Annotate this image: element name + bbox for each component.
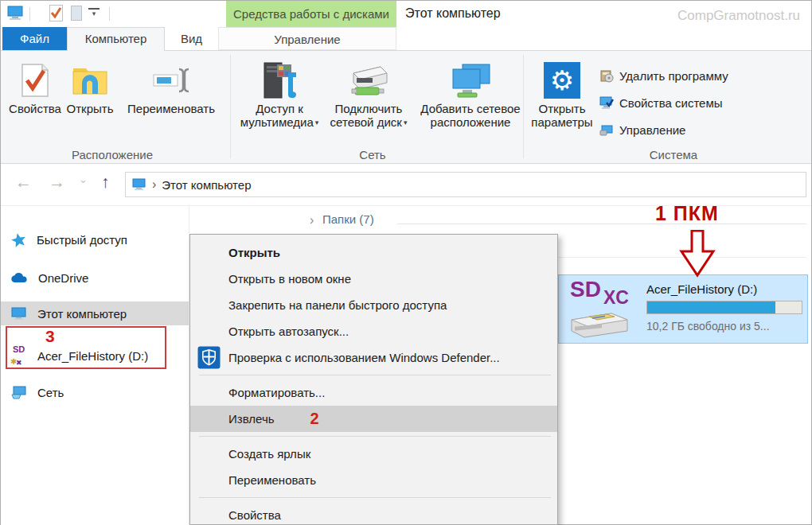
manage-label: Управление	[619, 123, 685, 137]
onedrive-cloud-icon	[11, 272, 28, 283]
explorer-window: ▾ Средства работы с дисками Этот компьют…	[0, 0, 812, 525]
defender-shield-icon	[197, 346, 221, 369]
navigation-bar: ← → ⌄ ↑ › Этот компьютер	[1, 164, 811, 206]
address-bar[interactable]: › Этот компьютер	[125, 172, 806, 197]
annotation-step2-label: 2	[310, 406, 319, 432]
menu-item-scan-defender[interactable]: Проверка с использованием Windows Defend…	[190, 344, 557, 371]
group-header-rule	[397, 224, 806, 224]
system-properties-button[interactable]: Свойства системы	[599, 95, 723, 110]
title-bar: ▾ Средства работы с дисками Этот компьют…	[1, 1, 811, 27]
manage-button[interactable]: Управление	[599, 122, 685, 137]
media-access-button[interactable]: Доступ к мультимедиа▾	[238, 59, 321, 130]
sidebar-item-quick-access[interactable]: Быстрый доступ	[1, 228, 189, 251]
menu-item-open[interactable]: Открыть	[190, 239, 557, 266]
drive-tile-d[interactable]: SD XC Acer_FileHistory (D:) 10,2 ГБ своб…	[558, 274, 808, 344]
qat-new-folder-icon[interactable]	[70, 5, 84, 21]
menu-item-properties[interactable]: Свойства	[190, 502, 557, 525]
this-pc-icon	[132, 178, 146, 191]
sidebar-item-network[interactable]: Сеть	[1, 380, 189, 404]
folders-group-header[interactable]: Папки (7)	[322, 212, 374, 226]
sd-badge: SD	[570, 277, 601, 302]
menu-item-rename[interactable]: Переименовать	[190, 467, 557, 493]
sidebar-item-this-pc[interactable]: Этот компьютер	[1, 301, 189, 325]
group-expand-chevron-icon[interactable]: ›	[310, 213, 314, 228]
media-access-label: Доступ к мультимедиа	[240, 102, 314, 129]
qat-properties-icon[interactable]	[49, 4, 64, 22]
open-settings-button[interactable]: ⚙ Открыть параметры	[525, 59, 599, 129]
group-label-network: Сеть	[313, 148, 432, 161]
rename-icon	[150, 66, 192, 95]
manage-icon	[599, 122, 614, 137]
tab-view[interactable]: Вид	[165, 27, 218, 50]
annotation-down-arrow-icon	[679, 230, 716, 278]
ribbon-tab-row: Файл Компьютер Вид Управление	[1, 27, 811, 50]
drive-tools-context-header: Средства работы с дисками	[226, 1, 396, 27]
qat-customize-button[interactable]: ▾	[88, 8, 100, 18]
properties-button[interactable]: Свойства	[4, 59, 66, 115]
card-reader-icon	[565, 309, 634, 339]
sidebar-item-drive-d[interactable]: SD ✱ ✖ Acer_FileHistory (D:)	[11, 344, 148, 367]
this-pc-icon[interactable]	[7, 6, 25, 21]
tab-manage[interactable]: Управление	[218, 27, 396, 50]
uninstall-program-label: Удалить программу	[619, 69, 728, 83]
sidebar-item-label: Этот компьютер	[37, 307, 127, 321]
sidebar-item-label: Быстрый доступ	[37, 233, 127, 247]
menu-item-open-autoplay[interactable]: Открыть автозапуск...	[190, 318, 557, 344]
map-network-drive-label: Подключить сетевой диск	[330, 102, 403, 129]
tab-computer[interactable]: Компьютер	[67, 27, 165, 51]
settings-gear-icon: ⚙	[544, 62, 580, 99]
open-folder-icon	[72, 65, 108, 95]
drive-name: Acer_FileHistory (D:)	[646, 282, 757, 296]
properties-label: Свойства	[9, 102, 61, 115]
this-pc-icon	[11, 307, 27, 321]
qat-separator	[109, 7, 110, 21]
breadcrumb-segment[interactable]: Этот компьютер	[162, 178, 251, 192]
sidebar-item-onedrive[interactable]: OneDrive	[1, 266, 189, 290]
menu-item-label: Извлечь	[228, 412, 275, 426]
add-network-location-button[interactable]: Добавить сетевое расположение	[418, 59, 523, 129]
network-icon	[11, 386, 27, 399]
open-settings-label: Открыть параметры	[531, 102, 592, 129]
ribbon: Свойства Открыть Переименовать	[1, 50, 811, 164]
eject-mark-icon: ✖	[16, 359, 22, 367]
map-network-drive-button[interactable]: Подключить сетевой диск▾	[321, 59, 416, 130]
properties-icon	[21, 63, 49, 98]
tab-file[interactable]: Файл	[2, 27, 67, 50]
qat-caret-icon: ▾	[92, 10, 96, 18]
open-button[interactable]: Открыть	[64, 59, 115, 115]
dropdown-caret-icon: ▾	[315, 119, 319, 126]
rename-label: Переименовать	[127, 102, 215, 115]
uninstall-program-icon	[599, 68, 614, 83]
system-properties-label: Свойства системы	[619, 96, 723, 110]
menu-separator	[199, 436, 551, 437]
qat-separator	[29, 7, 30, 21]
menu-separator	[199, 497, 551, 498]
capacity-bar	[646, 301, 802, 314]
xc-badge: XC	[603, 287, 629, 309]
back-button[interactable]: ←	[15, 173, 32, 192]
menu-separator	[199, 375, 551, 375]
window-title: Этот компьютер	[405, 6, 501, 21]
forward-button[interactable]: →	[49, 173, 65, 192]
menu-item-eject[interactable]: Извлечь2	[190, 406, 557, 432]
menu-item-format[interactable]: Форматировать...	[190, 379, 557, 406]
network-drive-icon	[345, 62, 392, 99]
rename-button[interactable]: Переименовать	[115, 59, 227, 115]
navigation-pane: Быстрый доступ OneDrive Этот компьютер 3…	[1, 206, 189, 525]
uninstall-program-button[interactable]: Удалить программу	[599, 68, 728, 83]
dropdown-caret-icon: ▾	[404, 119, 408, 126]
menu-item-open-new-window[interactable]: Открыть в новом окне	[190, 266, 557, 292]
breadcrumb-chevron-icon[interactable]: ›	[152, 177, 156, 192]
ribbon-group-separator	[523, 55, 524, 158]
context-menu: Открыть Открыть в новом окне Закрепить н…	[189, 234, 558, 525]
up-button[interactable]: ↑	[101, 173, 110, 192]
gear-glyph: ⚙	[550, 67, 574, 94]
group-label-system: Система	[614, 148, 733, 161]
menu-item-create-shortcut[interactable]: Создать ярлык	[190, 441, 557, 467]
menu-item-pin-quick-access[interactable]: Закрепить на панели быстрого доступа	[190, 292, 557, 318]
sidebar-item-label: Acer_FileHistory (D:)	[37, 349, 148, 363]
annotation-step1-label: 1 ПКМ	[655, 202, 719, 225]
sdxc-drive-icon: SD XC	[565, 277, 642, 340]
network-location-icon	[447, 61, 494, 99]
recent-locations-button[interactable]: ⌄	[79, 173, 88, 185]
